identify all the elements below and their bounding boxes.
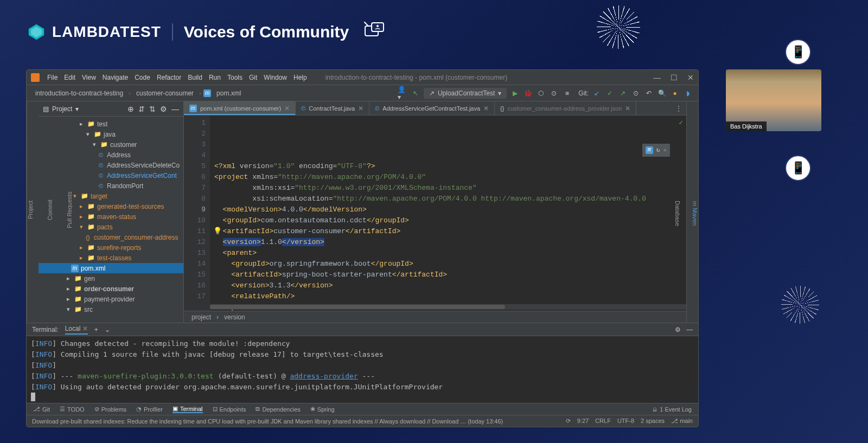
avatar-icon[interactable]: ◗ — [683, 88, 693, 98]
terminal-gear-icon[interactable]: ⚙ — [675, 326, 681, 333]
menu-code[interactable]: Code — [135, 74, 150, 81]
tree-item[interactable]: ©AddressServiceDeleteCo — [39, 160, 183, 170]
tree-item[interactable]: ▸📁maven-status — [39, 211, 183, 222]
menu-window[interactable]: Window — [264, 74, 287, 81]
terminal-hide-icon[interactable]: — — [686, 326, 693, 333]
bottom-tab-todo[interactable]: ☰TODO — [60, 406, 85, 413]
select-file-icon[interactable]: ⊕ — [127, 105, 134, 113]
tree-item[interactable]: ▸📁surefire-reports — [39, 242, 183, 253]
bottom-tab-profiler[interactable]: ◔Profiler — [136, 406, 163, 413]
tabs-overflow-icon[interactable]: ⋮ — [671, 101, 686, 115]
horizontal-scrollbar[interactable] — [210, 304, 686, 310]
tree-item[interactable]: ©AddressServiceGetCont — [39, 170, 183, 181]
inspection-check-icon[interactable]: ✓ — [679, 118, 683, 129]
git-push-icon[interactable]: ↗ — [618, 88, 628, 98]
debug-button[interactable]: 🐞 — [523, 88, 533, 98]
bottom-tab-spring[interactable]: ❀Spring — [310, 406, 335, 413]
pull-requests-tab[interactable]: Pull Requests — [66, 191, 73, 228]
menu-help[interactable]: Help — [293, 74, 307, 81]
tree-item[interactable]: ▾📁customer — [39, 139, 183, 150]
stop-button[interactable]: ■ — [562, 88, 572, 98]
user-icon[interactable]: 👤▾ — [398, 88, 407, 98]
menu-navigate[interactable]: Navigate — [103, 74, 128, 81]
bottom-tab-git[interactable]: ⎇Git — [33, 406, 50, 413]
tree-item[interactable]: ▸📁payment-provider — [39, 294, 183, 304]
status-item[interactable]: UTF-8 — [617, 418, 634, 425]
commit-tab[interactable]: Commit — [47, 200, 53, 220]
breadcrumb-item[interactable]: pom.xml — [213, 88, 244, 98]
git-history-icon[interactable]: ⊙ — [631, 88, 641, 98]
status-item[interactable]: 9:27 — [577, 418, 589, 425]
tab-close-icon[interactable]: ✕ — [284, 105, 290, 112]
status-bg-task-icon[interactable]: ⟳ — [566, 418, 571, 425]
profile-button[interactable]: ⊙ — [549, 88, 559, 98]
chevron-down-icon[interactable]: ▾ — [75, 105, 79, 113]
tree-item[interactable]: ▸📁generated-test-sources — [39, 201, 183, 211]
maven-tab[interactable]: m Maven — [692, 201, 698, 226]
tree-item[interactable]: ▸📁test — [39, 119, 183, 129]
breadcrumb-item[interactable]: customer-consumer — [133, 88, 197, 98]
run-button[interactable]: ▶ — [510, 88, 520, 98]
menu-git[interactable]: Git — [249, 74, 257, 81]
editor-tab[interactable]: ©AddressServiceGetContractTest.java✕ — [369, 101, 495, 115]
tree-item[interactable]: ▾📁java — [39, 129, 183, 139]
terminal-tab-local[interactable]: Local ✕ — [65, 325, 88, 335]
run-config-select[interactable]: ↗ UploadContractTest ▾ — [424, 88, 507, 99]
search-icon[interactable]: 🔍 — [657, 88, 667, 98]
notifications-icon[interactable]: ● — [670, 88, 680, 98]
gear-icon[interactable]: ⚙ — [160, 105, 167, 113]
git-update-icon[interactable]: ↙ — [592, 88, 602, 98]
device-button-phone[interactable]: 📱 — [785, 39, 811, 65]
terminal-output[interactable]: [INFO] Changes detected - recompiling th… — [27, 336, 698, 403]
hide-icon[interactable]: — — [171, 105, 179, 113]
maximize-button[interactable]: ☐ — [671, 73, 678, 82]
tree-item[interactable]: ©RandomPort — [39, 181, 183, 191]
editor-tab[interactable]: ©ContractTest.java✕ — [296, 101, 369, 115]
tree-item[interactable]: ▾📁target — [39, 191, 183, 201]
close-button[interactable]: ✕ — [687, 73, 694, 82]
menu-build[interactable]: Build — [188, 74, 202, 81]
maven-reimport-popup[interactable]: m↻✕ — [642, 144, 670, 157]
menu-edit[interactable]: Edit — [64, 74, 75, 81]
device-button-tablet[interactable]: 📱 — [785, 155, 811, 181]
tree-item[interactable]: ▸📁test-classes — [39, 253, 183, 263]
tab-close-icon[interactable]: ✕ — [358, 105, 363, 112]
bottom-tab-endpoints[interactable]: ⊡Endpoints — [213, 406, 246, 413]
editor-tab[interactable]: {}customer_consumer-address_provider.jso… — [495, 101, 636, 115]
tree-item[interactable]: ©Address — [39, 150, 183, 160]
editor-tab[interactable]: mpom.xml (customer-consumer)✕ — [184, 101, 296, 115]
minimize-button[interactable]: — — [653, 73, 661, 82]
status-item[interactable]: CRLF — [595, 418, 611, 425]
status-item[interactable]: ⎇ main — [671, 418, 693, 425]
bottom-tab-terminal[interactable]: ▣Terminal — [173, 405, 203, 413]
tree-item[interactable]: ▾📁src — [39, 304, 183, 314]
project-tab[interactable]: Project — [27, 201, 34, 219]
hammer-icon[interactable]: ↖ — [411, 88, 420, 98]
event-log-button[interactable]: 🕭 1 Event Log — [652, 406, 692, 413]
collapse-icon[interactable]: ⇅ — [149, 105, 156, 113]
menu-run[interactable]: Run — [209, 74, 221, 81]
terminal-add-button[interactable]: + — [94, 326, 98, 333]
git-commit-icon[interactable]: ✓ — [605, 88, 615, 98]
chevron-down-icon[interactable]: ⌄ — [105, 326, 110, 333]
git-rollback-icon[interactable]: ↶ — [644, 88, 654, 98]
code-content[interactable]: ✓ m↻✕ <?xml version="1.0" encoding="UTF-… — [210, 115, 686, 311]
menu-view[interactable]: View — [82, 74, 96, 81]
status-item[interactable]: 2 spaces — [641, 418, 665, 425]
breadcrumb-item[interactable]: introduction-to-contract-testing — [32, 88, 126, 98]
code-editor[interactable]: 1234567891011121314151617 ✓ m↻✕ <?xml ve… — [184, 115, 686, 311]
project-tree[interactable]: ▸📁test▾📁java▾📁customer©Address©AddressSe… — [39, 117, 183, 323]
bottom-tab-dependencies[interactable]: ⧉Dependencies — [256, 406, 300, 413]
tree-item[interactable]: ▸📁order-consumer — [39, 284, 183, 294]
coverage-button[interactable]: ⬡ — [536, 88, 546, 98]
tab-close-icon[interactable]: ✕ — [625, 105, 630, 112]
tree-item[interactable]: mpom.xml — [39, 263, 183, 273]
tree-item[interactable]: ▾📁pacts — [39, 222, 183, 232]
tab-close-icon[interactable]: ✕ — [483, 105, 489, 112]
bottom-tab-problems[interactable]: ⊘Problems — [94, 406, 126, 413]
menu-tools[interactable]: Tools — [227, 74, 242, 81]
tree-item[interactable]: ▸📁gen — [39, 273, 183, 284]
menu-file[interactable]: File — [47, 74, 58, 81]
menu-refactor[interactable]: Refactor — [157, 74, 181, 81]
expand-icon[interactable]: ⇵ — [138, 105, 145, 113]
